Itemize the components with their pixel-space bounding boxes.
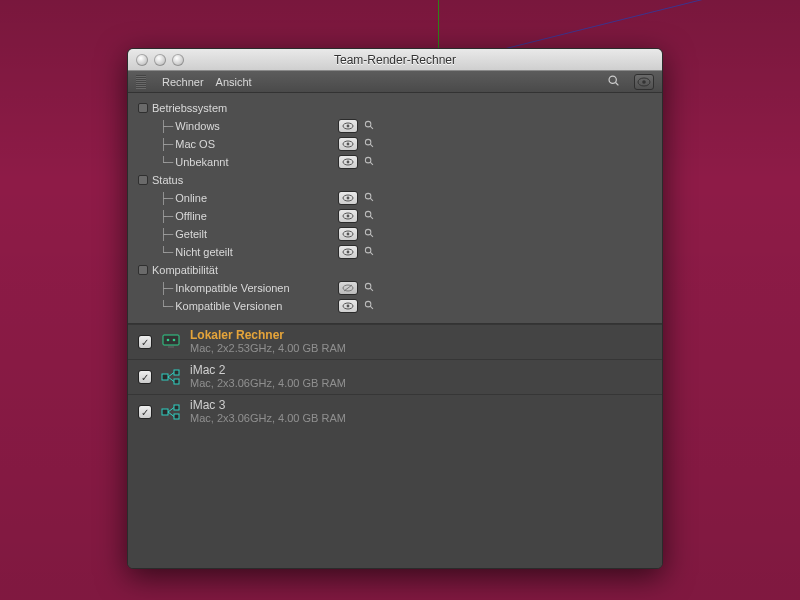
filter-item-label: Geteilt xyxy=(175,228,207,240)
filter-item-label: Windows xyxy=(175,120,220,132)
svg-point-6 xyxy=(365,121,371,127)
magnifier-icon[interactable] xyxy=(364,138,375,151)
disclosure-icon[interactable] xyxy=(138,265,148,275)
enable-checkbox[interactable]: ✓ xyxy=(138,370,152,384)
svg-point-41 xyxy=(167,339,170,342)
eye-icon[interactable] xyxy=(338,137,358,151)
filter-group-compat[interactable]: Kompatibilität xyxy=(138,261,652,279)
svg-point-29 xyxy=(347,251,350,254)
filter-status-notshared[interactable]: └─ Nicht geteilt xyxy=(138,243,652,261)
eye-off-icon[interactable] xyxy=(338,281,358,295)
close-window-button[interactable] xyxy=(136,54,148,66)
svg-rect-51 xyxy=(174,414,179,419)
filter-os-unknown[interactable]: └─ Unbekannt xyxy=(138,153,652,171)
eye-icon[interactable] xyxy=(338,191,358,205)
magnifier-icon[interactable] xyxy=(364,192,375,205)
minimize-window-button[interactable] xyxy=(154,54,166,66)
visibility-toggle-button[interactable] xyxy=(634,74,654,90)
svg-point-9 xyxy=(347,143,350,146)
svg-line-47 xyxy=(168,373,174,378)
svg-point-34 xyxy=(365,283,371,289)
filter-status-online[interactable]: ├─ Online xyxy=(138,189,652,207)
svg-point-3 xyxy=(642,80,646,84)
svg-point-10 xyxy=(365,139,371,145)
eye-icon[interactable] xyxy=(338,119,358,133)
machine-row-local[interactable]: ✓ Lokaler Rechner Mac, 2x2.53GHz, 4.00 G… xyxy=(128,324,662,359)
disclosure-icon[interactable] xyxy=(138,175,148,185)
svg-rect-45 xyxy=(174,370,179,375)
svg-line-39 xyxy=(370,306,373,309)
svg-line-35 xyxy=(370,288,373,291)
filter-group-label: Status xyxy=(152,174,183,186)
svg-line-53 xyxy=(168,412,174,417)
machine-detail: Mac, 2x3.06GHz, 4.00 GB RAM xyxy=(190,377,346,390)
filter-group-os[interactable]: Betriebssystem xyxy=(138,99,652,117)
filter-item-label: Nicht geteilt xyxy=(175,246,232,258)
magnifier-icon[interactable] xyxy=(364,120,375,133)
magnifier-icon[interactable] xyxy=(364,246,375,259)
menu-ansicht[interactable]: Ansicht xyxy=(216,76,252,88)
menu-bar: Rechner Ansicht xyxy=(128,71,662,93)
filter-group-label: Betriebssystem xyxy=(152,102,227,114)
svg-line-23 xyxy=(370,216,373,219)
enable-checkbox[interactable]: ✓ xyxy=(138,335,152,349)
magnifier-icon[interactable] xyxy=(364,210,375,223)
eye-icon[interactable] xyxy=(338,299,358,313)
svg-line-33 xyxy=(344,285,352,291)
filter-compat-compatible[interactable]: └─ Kompatible Versionen xyxy=(138,297,652,315)
magnifier-icon[interactable] xyxy=(364,228,375,241)
machine-detail: Mac, 2x2.53GHz, 4.00 GB RAM xyxy=(190,342,346,355)
filter-group-label: Kompatibilität xyxy=(152,264,218,276)
eye-icon[interactable] xyxy=(338,155,358,169)
svg-rect-40 xyxy=(163,335,179,345)
filter-tree: Betriebssystem ├─ Windows ├─ Mac OS └─ U… xyxy=(128,93,662,324)
search-icon[interactable] xyxy=(607,74,620,90)
network-node-icon xyxy=(160,403,182,421)
svg-line-31 xyxy=(370,252,373,255)
svg-rect-44 xyxy=(162,374,168,380)
svg-rect-46 xyxy=(174,379,179,384)
svg-line-7 xyxy=(370,126,373,129)
enable-checkbox[interactable]: ✓ xyxy=(138,405,152,419)
svg-point-22 xyxy=(365,211,371,217)
svg-point-38 xyxy=(365,301,371,307)
machine-detail: Mac, 2x3.06GHz, 4.00 GB RAM xyxy=(190,412,346,425)
svg-point-42 xyxy=(173,339,176,342)
svg-point-26 xyxy=(365,229,371,235)
svg-point-14 xyxy=(365,157,371,163)
filter-os-macos[interactable]: ├─ Mac OS xyxy=(138,135,652,153)
filter-item-label: Kompatible Versionen xyxy=(175,300,282,312)
svg-line-11 xyxy=(370,144,373,147)
filter-os-windows[interactable]: ├─ Windows xyxy=(138,117,652,135)
machine-name: iMac 3 xyxy=(190,399,346,412)
magnifier-icon[interactable] xyxy=(364,156,375,169)
menu-rechner[interactable]: Rechner xyxy=(162,76,204,88)
eye-icon[interactable] xyxy=(338,245,358,259)
filter-status-shared[interactable]: ├─ Geteilt xyxy=(138,225,652,243)
svg-rect-49 xyxy=(162,409,168,415)
machine-row[interactable]: ✓ iMac 2 Mac, 2x3.06GHz, 4.00 GB RAM xyxy=(128,359,662,394)
window-titlebar[interactable]: Team-Render-Rechner xyxy=(128,49,662,71)
svg-rect-50 xyxy=(174,405,179,410)
network-node-icon xyxy=(160,368,182,386)
magnifier-icon[interactable] xyxy=(364,300,375,313)
window-title: Team-Render-Rechner xyxy=(128,53,662,67)
zoom-window-button[interactable] xyxy=(172,54,184,66)
filter-compat-incompatible[interactable]: ├─ Inkompatible Versionen xyxy=(138,279,652,297)
machines-list: ✓ Lokaler Rechner Mac, 2x2.53GHz, 4.00 G… xyxy=(128,324,662,568)
eye-icon[interactable] xyxy=(338,227,358,241)
eye-icon[interactable] xyxy=(338,209,358,223)
machine-row[interactable]: ✓ iMac 3 Mac, 2x3.06GHz, 4.00 GB RAM xyxy=(128,394,662,429)
machine-name: Lokaler Rechner xyxy=(190,329,346,342)
filter-group-status[interactable]: Status xyxy=(138,171,652,189)
filter-status-offline[interactable]: ├─ Offline xyxy=(138,207,652,225)
disclosure-icon[interactable] xyxy=(138,103,148,113)
svg-point-30 xyxy=(365,247,371,253)
svg-line-27 xyxy=(370,234,373,237)
drag-grip-icon[interactable] xyxy=(136,75,146,89)
filter-item-label: Mac OS xyxy=(175,138,215,150)
computer-icon xyxy=(160,333,182,351)
magnifier-icon[interactable] xyxy=(364,282,375,295)
svg-point-0 xyxy=(609,76,616,83)
filter-item-label: Offline xyxy=(175,210,207,222)
